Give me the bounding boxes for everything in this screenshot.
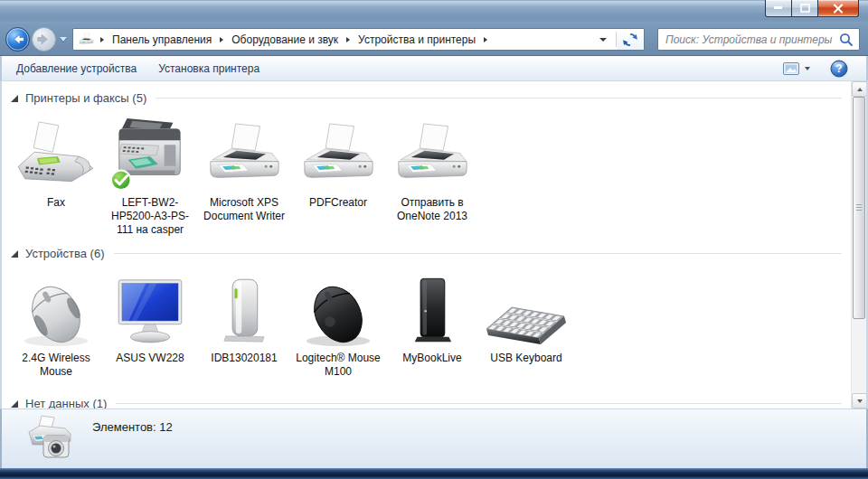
- device-item-external-drive[interactable]: IDB13020181: [197, 273, 291, 387]
- device-item-label: Microsoft XPS Document Writer: [197, 193, 291, 231]
- breadcrumb-arrow-icon: [100, 37, 104, 42]
- refresh-button[interactable]: [617, 29, 644, 50]
- vertical-scrollbar[interactable]: [851, 81, 866, 409]
- group-title: Нет данных (1): [25, 397, 107, 409]
- collapse-triangle-icon: [11, 250, 18, 258]
- search-box: [657, 28, 860, 51]
- group-no-data: Нет данных (1): [2, 387, 851, 409]
- devices-row: 2.4G Wireless Mouse ASUS VW228 IDB130201…: [9, 273, 851, 387]
- keyboard-icon: [479, 273, 573, 349]
- device-item-monitor[interactable]: ASUS VW228: [103, 273, 197, 387]
- breadcrumb-arrow-icon: [346, 37, 350, 42]
- scroll-up-button[interactable]: [852, 81, 867, 97]
- group-printers: Принтеры и факсы (5) Fax LEFT-BW: [2, 81, 851, 237]
- mouse-black-icon: [291, 273, 385, 349]
- help-icon: ?: [835, 62, 842, 75]
- group-rule: [114, 253, 842, 254]
- change-view-button[interactable]: [783, 62, 810, 75]
- items-count: Элементов: 12: [92, 420, 173, 468]
- add-printer-button[interactable]: Установка принтера: [147, 59, 270, 79]
- scroll-down-button[interactable]: [852, 393, 867, 409]
- device-item-usb-keyboard[interactable]: USB Keyboard: [479, 273, 573, 387]
- group-header-printers[interactable]: Принтеры и факсы (5): [11, 89, 842, 107]
- breadcrumb-hardware-sound[interactable]: Оборудование и звук: [225, 29, 344, 50]
- fax-icon: [9, 117, 103, 193]
- views-icon: [783, 62, 799, 75]
- device-item-label: MyBookLive: [402, 349, 461, 387]
- window-bottom-border: [0, 468, 868, 479]
- refresh-icon: [622, 32, 638, 48]
- device-item-label: IDB13020181: [211, 349, 277, 387]
- printer-camera-icon: [24, 414, 74, 465]
- group-rule: [116, 403, 842, 404]
- device-item-label: LEFT-BW2-HP5200-A3-PS-111 на casper: [103, 193, 197, 237]
- printers-row: Fax LEFT-BW2-HP5200-A3-PS-111 на casper …: [9, 117, 851, 237]
- forward-button[interactable]: [31, 26, 57, 52]
- devices-printers-folder-icon: [78, 33, 95, 47]
- search-icon[interactable]: [839, 33, 854, 47]
- group-title: Принтеры и факсы (5): [25, 91, 146, 105]
- group-rule: [156, 98, 842, 99]
- close-button[interactable]: [817, 0, 859, 17]
- laser-printer-default-icon: [103, 117, 197, 193]
- item-list-content: Принтеры и факсы (5) Fax LEFT-BW: [2, 81, 851, 409]
- search-input[interactable]: [658, 33, 834, 46]
- monitor-icon: [103, 273, 197, 349]
- navigation-bar: Панель управления Оборудование и звук Ус…: [0, 23, 868, 56]
- breadcrumb-devices-printers[interactable]: Устройства и принтеры: [352, 29, 482, 50]
- minimize-button[interactable]: [765, 0, 792, 17]
- back-button[interactable]: [5, 26, 31, 52]
- device-item-xps-writer[interactable]: Microsoft XPS Document Writer: [197, 117, 291, 237]
- devices-and-printers-window: Панель управления Оборудование и звук Ус…: [0, 0, 868, 479]
- group-title: Устройства (6): [25, 247, 105, 260]
- minimize-icon: [774, 6, 783, 10]
- device-item-default-printer[interactable]: LEFT-BW2-HP5200-A3-PS-111 на casper: [103, 117, 197, 237]
- group-header-no-data[interactable]: Нет данных (1): [11, 394, 842, 409]
- views-dropdown-icon: [805, 67, 810, 70]
- printer-icon: [197, 117, 291, 193]
- details-pane: Элементов: 12: [0, 409, 868, 468]
- add-device-button[interactable]: Добавление устройства: [5, 59, 147, 79]
- group-header-devices[interactable]: Устройства (6): [11, 244, 842, 262]
- device-item-label: PDFCreator: [309, 193, 367, 231]
- device-item-label: ASUS VW228: [116, 349, 184, 387]
- title-bar: [0, 0, 868, 23]
- printer-icon: [385, 117, 479, 193]
- external-drive-white-icon: [197, 273, 291, 349]
- recent-pages-dropdown[interactable]: [60, 37, 67, 42]
- collapse-triangle-icon: [11, 95, 18, 102]
- breadcrumb-arrow-icon: [220, 37, 223, 42]
- device-item-logitech-mouse[interactable]: Logitech® Mouse M100: [291, 273, 385, 387]
- window-controls: [765, 0, 859, 17]
- command-toolbar: Добавление устройства Установка принтера…: [0, 56, 868, 81]
- device-item-label: 2.4G Wireless Mouse: [9, 349, 103, 387]
- device-item-label: Logitech® Mouse M100: [291, 349, 385, 387]
- device-item-pdfcreator[interactable]: PDFCreator: [291, 117, 385, 237]
- device-item-label: Fax: [47, 193, 65, 231]
- maximize-icon: [800, 4, 810, 13]
- arrow-down-icon: [857, 399, 863, 403]
- collapse-triangle-icon: [11, 400, 18, 408]
- device-item-onenote[interactable]: Отправить в OneNote 2013: [385, 117, 479, 237]
- device-item-wireless-mouse[interactable]: 2.4G Wireless Mouse: [9, 273, 103, 387]
- close-icon: [833, 4, 844, 14]
- address-bar[interactable]: Панель управления Оборудование и звук Ус…: [72, 28, 645, 51]
- help-button[interactable]: ?: [830, 60, 848, 78]
- scrollbar-thumb[interactable]: [853, 97, 865, 319]
- device-item-mybooklive[interactable]: MyBookLive: [385, 273, 479, 387]
- arrow-up-icon: [857, 88, 863, 91]
- breadcrumb-control-panel[interactable]: Панель управления: [106, 29, 218, 50]
- maximize-button[interactable]: [792, 0, 817, 17]
- device-item-label: USB Keyboard: [490, 349, 561, 387]
- printer-icon: [291, 117, 385, 193]
- mouse-white-icon: [9, 273, 103, 349]
- group-devices: Устройства (6) 2.4G Wireless Mouse: [2, 237, 851, 387]
- breadcrumb-arrow-icon: [484, 37, 487, 42]
- address-dropdown-icon[interactable]: [599, 38, 607, 42]
- device-item-fax[interactable]: Fax: [9, 117, 103, 237]
- external-drive-black-icon: [385, 273, 479, 349]
- toolbar-right-group: ?: [783, 60, 854, 78]
- device-item-label: Отправить в OneNote 2013: [385, 193, 479, 231]
- item-list-area: Принтеры и факсы (5) Fax LEFT-BW: [0, 81, 868, 409]
